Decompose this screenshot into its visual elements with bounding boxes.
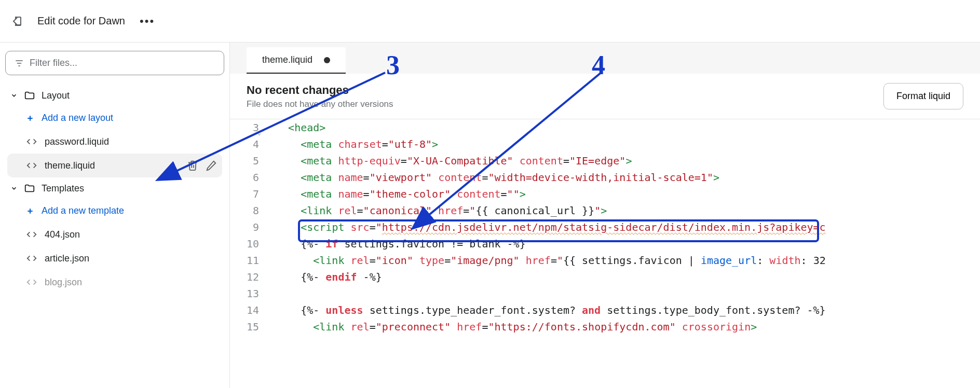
file-label: article.json (45, 253, 217, 264)
file-article-json[interactable]: article.json (7, 246, 222, 270)
file-tree: Layout Add a new layout password.liquid … (4, 85, 225, 294)
tab-label: theme.liquid (262, 54, 312, 65)
add-template-link[interactable]: Add a new template (7, 199, 222, 223)
section-templates[interactable]: Templates (7, 177, 222, 199)
add-layout-label: Add a new layout (42, 113, 113, 123)
code-editor[interactable]: 3⌄456789101112131415 <head> <meta charse… (230, 119, 980, 388)
trash-icon[interactable] (187, 160, 198, 171)
back-button[interactable] (10, 15, 23, 27)
code-icon (26, 136, 37, 147)
status-title: No recent changes (247, 84, 393, 97)
statusbar: No recent changes File does not have any… (230, 74, 980, 119)
more-button[interactable]: ••• (140, 15, 155, 28)
chevron-down-icon (10, 92, 18, 99)
file-sidebar: Layout Add a new layout password.liquid … (0, 43, 230, 388)
file-theme-liquid[interactable]: theme.liquid (7, 154, 222, 177)
edit-icon[interactable] (206, 160, 217, 171)
code-icon (26, 276, 37, 288)
file-label: 404.json (45, 229, 217, 240)
file-password-liquid[interactable]: password.liquid (7, 130, 222, 154)
file-blog-json[interactable]: blog.json (7, 270, 222, 294)
format-liquid-button[interactable]: Format liquid (883, 83, 963, 109)
dirty-dot-icon (324, 57, 330, 63)
code-content[interactable]: <head> <meta charset="utf-8"> <meta http… (266, 119, 980, 388)
file-label: theme.liquid (45, 160, 180, 171)
file-404-json[interactable]: 404.json (7, 223, 222, 246)
section-layout[interactable]: Layout (7, 85, 222, 106)
app-root: Edit code for Dawn ••• Layout Add a (0, 0, 980, 388)
code-icon (26, 229, 37, 240)
filter-icon (14, 58, 24, 68)
filter-box[interactable] (5, 51, 224, 75)
file-label: password.liquid (45, 136, 217, 147)
annotation-number-3: 3 (386, 50, 400, 80)
code-icon (26, 253, 37, 264)
section-label: Templates (42, 183, 84, 194)
folder-icon (24, 183, 35, 194)
folder-icon (24, 90, 35, 101)
tab-theme-liquid[interactable]: theme.liquid (247, 47, 346, 74)
add-layout-link[interactable]: Add a new layout (7, 106, 222, 130)
page-title: Edit code for Dawn (37, 15, 125, 27)
topbar: Edit code for Dawn ••• (0, 0, 980, 43)
main: Layout Add a new layout password.liquid … (0, 43, 980, 388)
editor-pane: theme.liquid No recent changes File does… (230, 43, 980, 388)
exit-icon (10, 15, 23, 27)
status-text: No recent changes File does not have any… (247, 84, 393, 109)
line-gutter: 3⌄456789101112131415 (230, 119, 266, 388)
chevron-down-icon (10, 185, 18, 192)
plus-icon (26, 114, 34, 122)
file-row-actions (187, 160, 217, 171)
dots-icon: ••• (140, 15, 155, 28)
add-template-label: Add a new template (42, 205, 124, 216)
status-subtitle: File does not have any other versions (247, 99, 393, 109)
code-icon (26, 160, 37, 171)
annotation-number-4: 4 (592, 50, 605, 80)
filter-input[interactable] (30, 58, 215, 68)
section-label: Layout (42, 90, 70, 101)
file-label: blog.json (45, 277, 217, 288)
plus-icon (26, 207, 34, 215)
